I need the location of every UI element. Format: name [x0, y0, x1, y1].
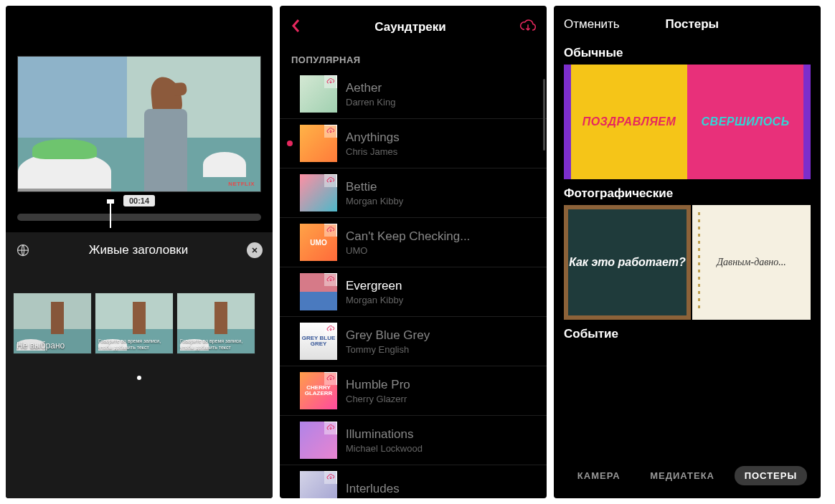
poster-howworks[interactable]: Как это работает? — [564, 205, 691, 320]
cloud-download-icon — [324, 323, 337, 336]
track-title: Evergreen — [346, 279, 535, 293]
cloud-download-icon — [324, 75, 337, 88]
track-text: AetherDarren King — [346, 81, 535, 108]
album-art — [300, 174, 337, 211]
timestamp: 00:14 — [123, 195, 155, 206]
video-preview[interactable]: NETFLIX — [17, 56, 261, 192]
track-row[interactable]: BettieMorgan Kibby — [280, 168, 547, 218]
album-art — [300, 75, 337, 113]
track-text: EvergreenMorgan Kibby — [346, 279, 535, 305]
track-text: Interludes — [346, 482, 535, 498]
title-variants[interactable]: Не выбраноГоворите во время записи, чтоб… — [6, 264, 273, 376]
soundtracks-title: Саундтреки — [301, 20, 519, 34]
track-title: Humble Pro — [346, 378, 535, 392]
section-photo: Фотографические — [554, 181, 821, 205]
cloud-download-icon — [324, 174, 337, 187]
tab-media[interactable]: МЕДИАТЕКА — [640, 466, 725, 485]
title-variant[interactable]: Не выбрано — [13, 293, 92, 354]
track-row[interactable]: GREY BLUE GREYGrey Blue GreyTommy Englis… — [280, 317, 547, 366]
posters-header: Отменить Постеры — [554, 6, 821, 40]
tab-camera[interactable]: КАМЕРА — [567, 466, 631, 485]
cloud-download-icon — [324, 422, 337, 434]
track-artist: Tommy English — [346, 344, 535, 355]
album-art — [300, 125, 337, 162]
track-text: IlluminationsMichael Lockwood — [346, 427, 535, 454]
track-row[interactable]: AetherDarren King — [280, 70, 547, 119]
track-text: Grey Blue GreyTommy English — [346, 328, 535, 355]
section-popular: ПОПУЛЯРНАЯ — [280, 47, 547, 70]
variant-label: Не выбрано — [16, 341, 88, 351]
section-event: Событие — [554, 321, 821, 346]
live-titles-header: Живые заголовки — [6, 237, 273, 264]
title-variant[interactable]: Говорите во время записи, чтобы добавить… — [176, 293, 255, 354]
tab-posters[interactable]: ПОСТЕРЫ — [735, 466, 808, 485]
cloud-download-icon — [324, 471, 337, 484]
poster-onceupon[interactable]: Давным-давно... — [692, 205, 811, 320]
track-artist: UMO — [346, 245, 535, 256]
album-art — [300, 422, 337, 459]
track-artist: Chris James — [346, 146, 535, 157]
track-row[interactable]: CHERRY GLAZERRHumble ProCherry Glazerr — [280, 366, 547, 416]
playhead[interactable] — [110, 204, 111, 228]
track-title: Aether — [346, 81, 535, 95]
section-basic: Обычные — [554, 40, 821, 65]
variant-label: Говорите во время записи, чтобы добавить… — [98, 338, 170, 351]
posters-title: Постеры — [591, 17, 793, 32]
track-artist: Michael Lockwood — [346, 443, 535, 454]
soundtracks-header: Саундтреки — [280, 6, 547, 47]
page-dot — [137, 376, 141, 380]
video-preview-wrap: NETFLIX — [6, 56, 273, 192]
track-text: Can't Keep Checking...UMO — [346, 229, 535, 256]
timestamp-wrap: 00:14 — [6, 195, 273, 206]
track-artist: Darren King — [346, 97, 535, 108]
album-art — [300, 273, 337, 310]
variant-label: Говорите во время записи, чтобы добавить… — [180, 338, 252, 351]
track-row[interactable]: IlluminationsMichael Lockwood — [280, 416, 547, 465]
cloud-download-icon — [324, 273, 337, 286]
track-text: BettieMorgan Kibby — [346, 180, 535, 206]
timeline-scrubber[interactable] — [17, 214, 261, 221]
bottom-tab-bar: КАМЕРА МЕДИАТЕКА ПОСТЕРЫ — [554, 457, 821, 498]
watermark: NETFLIX — [228, 181, 255, 187]
track-row[interactable]: UMOCan't Keep Checking...UMO — [280, 218, 547, 267]
title-variant[interactable]: Говорите во время записи, чтобы добавить… — [95, 293, 174, 354]
poster-happened[interactable]: СВЕРШИЛОСЬ — [687, 65, 811, 179]
panel-soundtracks: Саундтреки ПОПУЛЯРНАЯ AetherDarren KingA… — [280, 6, 547, 498]
track-row[interactable]: Interludes — [280, 465, 547, 498]
track-title: Bettie — [346, 180, 535, 194]
panel-live-titles: NETFLIX 00:14 Живые заголовки Не выбрано… — [6, 6, 273, 498]
track-artist: Morgan Kibby — [346, 295, 535, 305]
posters-content[interactable]: Обычные ПОЗДРАВЛЯЕМ СВЕРШИЛОСЬ Фотографи… — [554, 40, 821, 457]
track-title: Grey Blue Grey — [346, 328, 535, 343]
poster-row-photo: Как это работает? Давным-давно... — [564, 205, 811, 320]
live-titles-sheet: Живые заголовки Не выбраноГоворите во вр… — [6, 232, 273, 498]
poster-congrats[interactable]: ПОЗДРАВЛЯЕМ — [564, 65, 687, 179]
live-titles-title: Живые заголовки — [30, 243, 247, 257]
track-text: AnythingsChris James — [346, 130, 535, 157]
cloud-download-icon — [324, 372, 337, 385]
track-artist: Cherry Glazerr — [346, 394, 535, 404]
scrollbar-thumb[interactable] — [543, 79, 545, 151]
track-title: Interludes — [346, 482, 535, 496]
cloud-download-icon[interactable] — [519, 18, 537, 37]
track-title: Anythings — [346, 130, 535, 145]
album-art: GREY BLUE GREY — [300, 323, 337, 360]
track-list[interactable]: AetherDarren KingAnythingsChris JamesBet… — [280, 70, 547, 498]
back-icon[interactable] — [290, 17, 301, 37]
close-icon[interactable] — [247, 242, 263, 258]
album-art: CHERRY GLAZERR — [300, 372, 337, 409]
poster-row-basic: ПОЗДРАВЛЯЕМ СВЕРШИЛОСЬ — [564, 65, 811, 179]
track-artist: Morgan Kibby — [346, 196, 535, 206]
cloud-download-icon — [324, 125, 337, 138]
panel-posters: Отменить Постеры Обычные ПОЗДРАВЛЯЕМ СВЕ… — [554, 6, 821, 498]
track-text: Humble ProCherry Glazerr — [346, 378, 535, 404]
album-art: UMO — [300, 224, 337, 261]
globe-icon[interactable] — [16, 243, 30, 257]
track-title: Can't Keep Checking... — [346, 229, 535, 244]
track-title: Illuminations — [346, 427, 535, 442]
album-art — [300, 471, 337, 498]
track-row[interactable]: EvergreenMorgan Kibby — [280, 267, 547, 317]
cloud-download-icon — [324, 224, 337, 237]
track-row[interactable]: AnythingsChris James — [280, 119, 547, 168]
